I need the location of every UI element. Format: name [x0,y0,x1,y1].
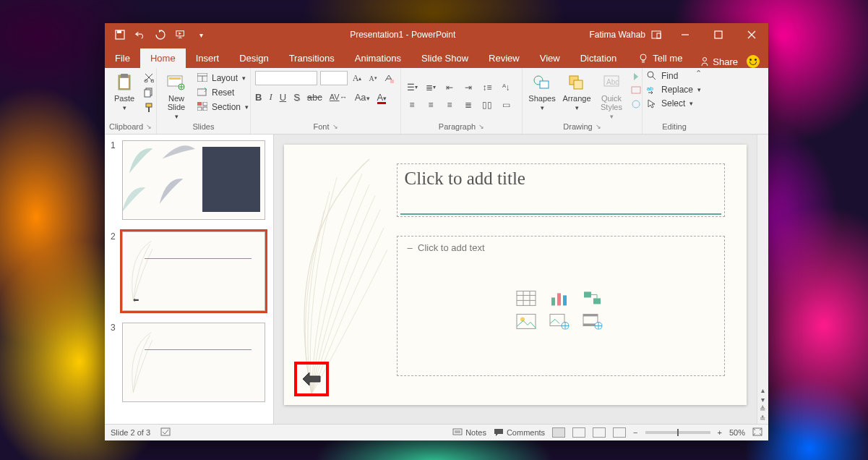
decrease-font-icon[interactable]: A▾ [366,72,379,85]
normal-view-button[interactable] [552,427,565,438]
next-slide-icon[interactable]: ≛ [760,414,765,422]
shadow-button[interactable]: S [293,92,300,103]
select-button[interactable]: Select ▾ [647,98,701,108]
shape-effects-icon[interactable] [631,100,643,111]
italic-button[interactable]: I [269,91,272,103]
tab-file[interactable]: File [105,48,140,68]
justify-icon[interactable]: ≣ [462,98,475,111]
tab-design[interactable]: Design [229,48,278,68]
increase-font-icon[interactable]: A▴ [351,72,364,85]
shape-fill-icon[interactable] [631,72,643,83]
comments-button[interactable]: Comments [494,428,545,437]
character-spacing-button[interactable]: AV↔ [330,93,348,101]
section-button[interactable]: Section ▾ [196,101,250,113]
shape-outline-icon[interactable] [631,86,643,97]
insert-smartart-icon[interactable] [583,290,603,306]
slide-counter[interactable]: Slide 2 of 3 [111,428,150,437]
tab-home[interactable]: Home [140,48,186,68]
line-spacing-icon[interactable]: ↕≡ [481,81,494,94]
dialog-launcher-icon[interactable]: ↘ [596,123,601,130]
align-center-icon[interactable]: ≡ [424,98,437,111]
quick-styles-button[interactable]: Abc Quick Styles▾ [596,71,627,122]
current-slide[interactable]: Click to add title – Click to add text [284,145,747,405]
slide-thumbnails-pane[interactable]: 1 2 ⬅ [105,135,274,424]
close-button[interactable] [735,23,768,46]
thumbnail-item[interactable]: 1 [111,140,266,220]
tab-dictation[interactable]: Dictation [570,48,627,68]
strikethrough-button[interactable]: abc [307,92,322,103]
share-button[interactable]: Share [700,56,738,67]
numbering-icon[interactable]: ≣▾ [424,81,437,94]
slide-editor[interactable]: Click to add title – Click to add text [274,135,757,424]
title-placeholder[interactable]: Click to add title [397,163,725,217]
insert-table-icon[interactable] [516,290,536,306]
new-slide-button[interactable]: New Slide ▾ [161,71,192,122]
scroll-up-icon[interactable]: ▴ [761,386,765,394]
thumbnail-item[interactable]: 2 ⬅ [111,231,266,311]
reset-button[interactable]: Reset [196,87,250,98]
paste-button[interactable]: Paste ▾ [109,71,139,113]
vertical-scrollbar[interactable]: ▴ ▾ ≜ ≛ [757,135,768,424]
notes-button[interactable]: Notes [452,428,486,437]
bullets-icon[interactable]: ☰▾ [405,81,418,94]
font-size-input[interactable] [320,71,348,85]
previous-slide-icon[interactable]: ≜ [760,405,765,413]
zoom-in-button[interactable]: + [718,428,722,437]
thumbnail-item[interactable]: 3 [111,323,266,402]
cut-icon[interactable] [144,72,154,85]
qat-customize-icon[interactable]: ▾ [196,30,206,40]
thumbnail-slide-3[interactable] [122,323,265,402]
tell-me-search[interactable]: Tell me [632,48,688,68]
format-painter-icon[interactable] [144,103,154,115]
smartart-convert-icon[interactable]: ▭ [499,98,512,111]
text-direction-icon[interactable]: ᴬ↓ [499,81,512,94]
account-area[interactable]: Fatima Wahab [589,30,669,40]
dialog-launcher-icon[interactable]: ↘ [478,123,484,130]
arrange-button[interactable]: Arrange▾ [562,71,592,113]
slideshow-view-button[interactable] [613,427,626,438]
decrease-indent-icon[interactable]: ⇤ [443,81,456,94]
redo-icon[interactable] [155,30,166,40]
feedback-smiley-icon[interactable] [747,55,760,68]
tab-insert[interactable]: Insert [186,48,230,68]
font-color-button[interactable]: A▾ [377,92,387,103]
copy-icon[interactable] [144,88,154,100]
thumbnail-slide-2[interactable]: ⬅ [122,231,265,311]
align-right-icon[interactable]: ≡ [443,98,456,111]
clear-formatting-icon[interactable] [382,72,395,85]
zoom-level[interactable]: 50% [729,428,745,437]
dialog-launcher-icon[interactable]: ↘ [146,123,152,130]
reading-view-button[interactable] [593,427,606,438]
zoom-slider[interactable] [645,431,710,434]
fit-to-window-button[interactable] [752,427,762,438]
underline-button[interactable]: U [280,92,286,103]
slide-sorter-view-button[interactable] [572,427,585,438]
collapse-ribbon-icon[interactable]: ⌃ [692,67,705,80]
shapes-button[interactable]: Shapes▾ [527,71,557,113]
align-left-icon[interactable]: ≡ [405,98,418,111]
spell-check-icon[interactable] [160,427,172,438]
increase-indent-icon[interactable]: ⇥ [462,81,475,94]
replace-button[interactable]: abReplace ▾ [647,85,701,95]
dialog-launcher-icon[interactable]: ↘ [332,123,338,130]
tab-review[interactable]: Review [478,48,530,68]
highlighted-back-arrow[interactable] [294,362,329,396]
start-from-beginning-icon[interactable] [176,30,186,40]
tab-slideshow[interactable]: Slide Show [411,48,478,68]
scroll-down-icon[interactable]: ▾ [761,396,765,404]
change-case-button[interactable]: Aa▾ [355,92,370,103]
zoom-out-button[interactable]: − [633,428,637,437]
minimize-button[interactable] [669,23,702,46]
maximize-button[interactable] [702,23,735,46]
save-icon[interactable] [115,30,125,40]
tab-animations[interactable]: Animations [345,48,411,68]
font-family-input[interactable] [255,71,317,85]
tab-transitions[interactable]: Transitions [279,48,345,68]
columns-icon[interactable]: ▯▯ [481,98,494,111]
tab-view[interactable]: View [530,48,570,68]
undo-icon[interactable] [135,30,145,40]
thumbnail-slide-1[interactable] [122,140,265,220]
insert-pictures-icon[interactable] [516,313,536,329]
layout-button[interactable]: Layout ▾ [196,72,250,84]
insert-online-pictures-icon[interactable] [549,313,570,329]
